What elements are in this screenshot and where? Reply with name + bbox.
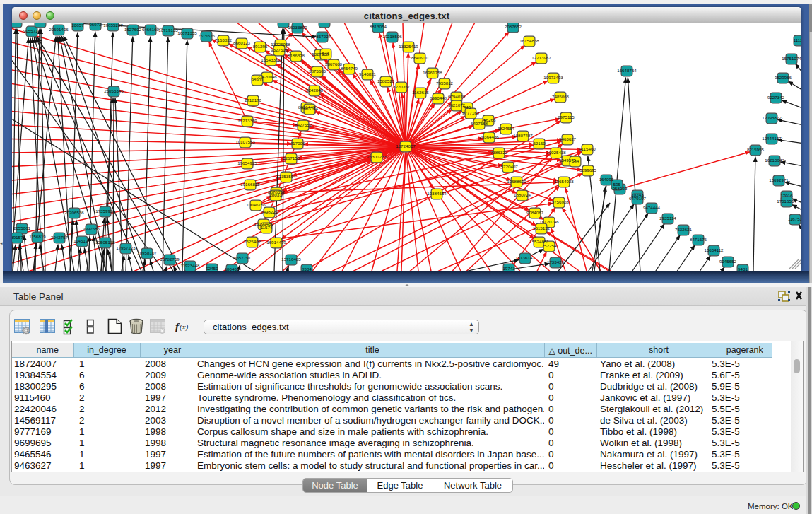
svg-text:15720407: 15720407 <box>498 163 518 168</box>
svg-text:10958107: 10958107 <box>137 250 157 255</box>
svg-text:15136141: 15136141 <box>515 255 535 259</box>
svg-text:12444157: 12444157 <box>762 135 782 140</box>
svg-text:7632621: 7632621 <box>675 226 693 231</box>
svg-text:9474444: 9474444 <box>643 204 661 209</box>
svg-text:10107553: 10107553 <box>235 139 255 144</box>
svg-text:1145194: 1145194 <box>73 238 90 243</box>
svg-text:16648764: 16648764 <box>617 67 637 72</box>
svg-text:9431: 9431 <box>738 266 748 271</box>
svg-text:98901: 98901 <box>251 76 264 81</box>
svg-text:16671355: 16671355 <box>177 30 197 35</box>
svg-text:11923448: 11923448 <box>180 262 200 267</box>
svg-text:9227342: 9227342 <box>767 94 785 99</box>
svg-text:1588520: 1588520 <box>377 78 395 83</box>
svg-text:8186328: 8186328 <box>288 52 305 57</box>
svg-text:12505135: 12505135 <box>95 239 115 244</box>
svg-text:7625402: 7625402 <box>244 238 261 243</box>
svg-text:12213369: 12213369 <box>237 117 257 122</box>
svg-text:6466160: 6466160 <box>142 26 160 31</box>
svg-text:15751074: 15751074 <box>782 55 801 60</box>
svg-text:1156819: 1156819 <box>29 233 46 238</box>
svg-text:2655061: 2655061 <box>13 225 31 230</box>
svg-text:891295: 891295 <box>253 43 268 48</box>
svg-text:252254: 252254 <box>542 243 557 247</box>
svg-text:10688609: 10688609 <box>507 178 526 183</box>
svg-text:17016504: 17016504 <box>777 198 796 203</box>
svg-text:1162615: 1162615 <box>412 89 429 94</box>
svg-text:6497568: 6497568 <box>471 120 488 125</box>
svg-text:3824554: 3824554 <box>498 125 515 130</box>
svg-text:17359924: 17359924 <box>95 208 115 213</box>
svg-text:3875685: 3875685 <box>309 68 326 73</box>
svg-text:8471676: 8471676 <box>690 236 707 241</box>
svg-text:11353594: 11353594 <box>276 173 296 178</box>
svg-text:3498222: 3498222 <box>261 209 278 214</box>
svg-text:164095: 164095 <box>599 176 614 181</box>
svg-text:17957223: 17957223 <box>116 245 136 250</box>
svg-text:8220357: 8220357 <box>393 83 411 88</box>
svg-text:595: 595 <box>613 181 621 186</box>
svg-text:8813054: 8813054 <box>370 23 387 28</box>
svg-text:19756928: 19756928 <box>549 199 569 204</box>
svg-text:15692971: 15692971 <box>769 177 789 182</box>
svg-text:445: 445 <box>464 104 471 109</box>
svg-text:19654923: 19654923 <box>554 178 574 183</box>
svg-text:10719135: 10719135 <box>158 27 178 32</box>
svg-text:9997586: 9997586 <box>83 226 100 230</box>
svg-text:11121: 11121 <box>794 37 801 42</box>
svg-text:11574: 11574 <box>261 224 273 229</box>
svg-text:16543362: 16543362 <box>261 57 281 62</box>
svg-text:17016: 17016 <box>780 192 793 197</box>
svg-text:25300233: 25300233 <box>367 153 387 158</box>
svg-text:16782759: 16782759 <box>160 256 180 261</box>
svg-text:9242848: 9242848 <box>306 87 324 92</box>
svg-text:2867608: 2867608 <box>325 61 343 66</box>
svg-text:7515526: 7515526 <box>198 33 216 37</box>
svg-text:8990448: 8990448 <box>430 95 447 100</box>
svg-text:8640910: 8640910 <box>411 54 429 59</box>
svg-text:7955812: 7955812 <box>436 80 454 85</box>
svg-text:8534: 8534 <box>302 266 312 271</box>
svg-text:10807487: 10807487 <box>513 132 533 137</box>
svg-text:62160: 62160 <box>533 140 546 145</box>
svg-text:2803144: 2803144 <box>301 105 319 110</box>
svg-text:25053346: 25053346 <box>104 88 124 93</box>
svg-text:1733426: 1733426 <box>547 259 565 264</box>
svg-text:2975115: 2975115 <box>558 114 575 119</box>
svg-text:8427552: 8427552 <box>295 122 312 127</box>
svg-text:16033809: 16033809 <box>288 24 307 29</box>
svg-text:8215955: 8215955 <box>747 146 765 151</box>
svg-text:10654112: 10654112 <box>704 247 724 252</box>
svg-text:16210643: 16210643 <box>765 157 784 162</box>
svg-text:19384554: 19384554 <box>427 190 447 195</box>
svg-text:6794028: 6794028 <box>448 93 466 98</box>
svg-text:2935114: 2935114 <box>659 215 676 220</box>
svg-text:8660123: 8660123 <box>233 40 251 45</box>
svg-text:20364436: 20364436 <box>479 134 499 139</box>
svg-text:6479197: 6479197 <box>629 195 647 200</box>
svg-text:9245652: 9245652 <box>719 258 737 263</box>
svg-text:9115460: 9115460 <box>579 146 596 151</box>
svg-text:20206536: 20206536 <box>64 209 84 214</box>
svg-text:10046766: 10046766 <box>246 201 266 206</box>
svg-text:7357224: 7357224 <box>314 33 331 38</box>
svg-text:2087652: 2087652 <box>505 23 522 28</box>
svg-text:9146821: 9146821 <box>359 71 377 76</box>
svg-text:13226058: 13226058 <box>271 41 290 46</box>
svg-text:15716485: 15716485 <box>281 256 301 261</box>
svg-text:100462: 100462 <box>225 266 240 271</box>
svg-text:16120746: 16120746 <box>539 218 559 223</box>
svg-text:9529966: 9529966 <box>775 74 792 79</box>
svg-text:1880724: 1880724 <box>514 192 531 197</box>
svg-text:584: 584 <box>572 158 579 163</box>
svg-text:12093872: 12093872 <box>762 115 782 119</box>
svg-text:2718170: 2718170 <box>245 97 262 102</box>
svg-text:9463627: 9463627 <box>559 136 577 141</box>
svg-text:16961758: 16961758 <box>423 69 442 74</box>
svg-text:7163822: 7163822 <box>215 37 233 42</box>
svg-text:9084067: 9084067 <box>526 209 544 214</box>
svg-text:16914479: 16914479 <box>266 239 286 244</box>
svg-text:9055714: 9055714 <box>23 28 41 33</box>
svg-text:9777169: 9777169 <box>462 110 480 115</box>
svg-text:7485063: 7485063 <box>552 93 570 98</box>
